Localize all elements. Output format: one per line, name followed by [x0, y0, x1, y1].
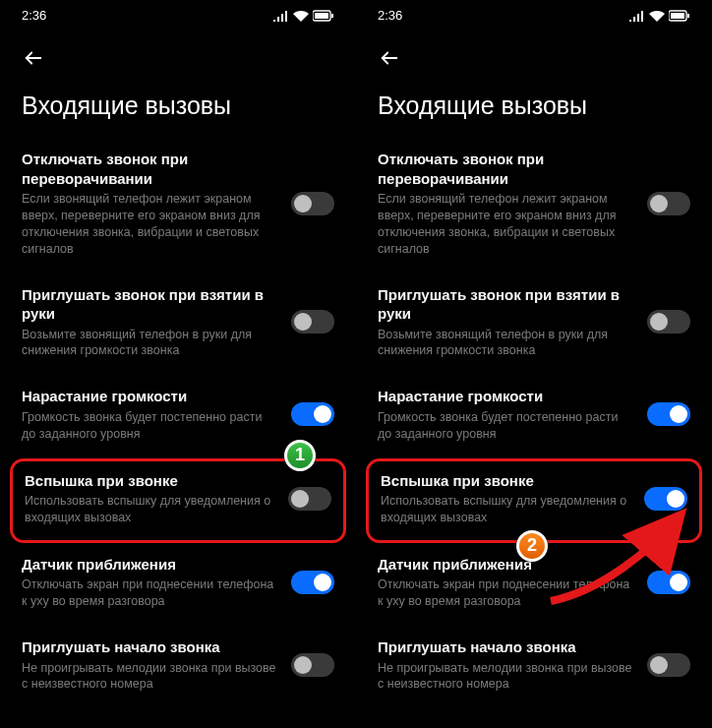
setting-desc: Громкость звонка будет постепенно расти … — [378, 409, 635, 443]
toggle-pickup-quiet[interactable] — [291, 310, 334, 334]
statusbar: 2:36 — [356, 0, 712, 27]
setting-desc: Громкость звонка будет постепенно расти … — [22, 409, 279, 443]
nav-bar — [356, 27, 712, 80]
toggle-mute-start[interactable] — [647, 653, 690, 677]
setting-title: Нарастание громкости — [22, 387, 279, 406]
setting-title: Вспышка при звонке — [25, 471, 276, 491]
setting-title: Приглушать начало звонка — [22, 637, 279, 657]
status-time: 2:36 — [378, 8, 402, 23]
setting-mute-start[interactable]: Приглушать начало звонка Не проигрывать … — [4, 626, 352, 708]
setting-title: Отключать звонок при переворачивании — [22, 150, 279, 188]
setting-pickup-quiet[interactable]: Приглушать звонок при взятии в руки Возь… — [4, 273, 352, 376]
toggle-mute-start[interactable] — [291, 653, 334, 677]
signal-icon — [273, 10, 289, 22]
setting-desc: Если звонящий телефон лежит экраном ввер… — [22, 191, 279, 258]
setting-desc: Отключать экран при поднесении телефона … — [378, 576, 635, 610]
setting-title: Приглушать начало звонка — [378, 637, 635, 657]
highlight-flash-setting: Вспышка при звонке Использовать вспышку … — [366, 458, 702, 543]
status-icons — [273, 10, 334, 22]
settings-list: Отключать звонок при переворачивании Есл… — [0, 138, 356, 708]
setting-volume-ramp[interactable]: Нарастание громкости Громкость звонка бу… — [360, 375, 708, 457]
page-title: Входящие вызовы — [0, 80, 356, 138]
statusbar: 2:36 — [0, 0, 356, 27]
setting-desc: Использовать вспышку для уведомления о в… — [381, 493, 632, 526]
highlight-flash-setting: 1 Вспышка при звонке Использовать вспышк… — [10, 458, 346, 543]
setting-title: Датчик приближения — [378, 555, 635, 575]
arrow-left-icon — [23, 47, 44, 69]
status-icons — [629, 10, 690, 22]
setting-title: Приглушать звонок при взятии в руки — [22, 285, 279, 324]
setting-flip-mute[interactable]: Отключать звонок при переворачивании Есл… — [4, 138, 352, 273]
toggle-pickup-quiet[interactable] — [647, 310, 690, 334]
setting-mute-start[interactable]: Приглушать начало звонка Не проигрывать … — [360, 626, 708, 708]
setting-desc: Возьмите звонящий телефон в руки для сни… — [378, 327, 635, 360]
settings-list: Отключать звонок при переворачивании Есл… — [356, 138, 712, 708]
toggle-proximity[interactable] — [647, 571, 690, 594]
svg-rect-1 — [315, 13, 328, 19]
back-button[interactable] — [376, 44, 403, 72]
setting-desc: Возьмите звонящий телефон в руки для сни… — [22, 327, 279, 360]
phone-left: 2:36 Входящие вызовы Отключать звонок пр… — [0, 0, 356, 728]
svg-rect-5 — [687, 14, 689, 18]
signal-icon — [629, 10, 645, 22]
battery-icon — [669, 10, 690, 22]
badge-step-2: 2 — [516, 530, 548, 562]
toggle-flip-mute[interactable] — [291, 192, 334, 215]
setting-title: Приглушать звонок при взятии в руки — [378, 285, 635, 324]
setting-desc: Отключать экран при поднесении телефона … — [22, 576, 279, 610]
arrow-left-icon — [379, 47, 400, 69]
badge-step-1: 1 — [284, 440, 316, 471]
setting-title: Нарастание громкости — [378, 387, 635, 406]
setting-title: Датчик приближения — [22, 555, 279, 575]
setting-flip-mute[interactable]: Отключать звонок при переворачивании Есл… — [360, 138, 708, 273]
toggle-flash-on-call[interactable] — [288, 487, 331, 511]
nav-bar — [0, 27, 356, 80]
setting-desc: Не проигрывать мелодии звонка при вызове… — [378, 660, 635, 694]
setting-flash-on-call[interactable]: Вспышка при звонке Использовать вспышку … — [369, 461, 699, 540]
back-button[interactable] — [20, 44, 47, 72]
setting-flash-on-call[interactable]: Вспышка при звонке Использовать вспышку … — [13, 461, 343, 540]
svg-rect-4 — [671, 13, 684, 19]
phone-right: 2:36 Входящие вызовы Отключать звонок пр… — [356, 0, 712, 728]
toggle-volume-ramp[interactable] — [647, 402, 690, 426]
setting-desc: Использовать вспышку для уведомления о в… — [25, 493, 276, 526]
toggle-proximity[interactable] — [291, 571, 334, 594]
battery-icon — [313, 10, 334, 22]
setting-title: Вспышка при звонке — [381, 471, 632, 491]
wifi-icon — [293, 10, 309, 22]
setting-desc: Не проигрывать мелодии звонка при вызове… — [22, 660, 279, 694]
toggle-flash-on-call[interactable] — [644, 487, 687, 511]
page-title: Входящие вызовы — [356, 80, 712, 138]
setting-proximity[interactable]: Датчик приближения Отключать экран при п… — [4, 543, 352, 626]
setting-desc: Если звонящий телефон лежит экраном ввер… — [378, 191, 635, 258]
setting-title: Отключать звонок при переворачивании — [378, 150, 635, 188]
status-time: 2:36 — [22, 8, 46, 23]
svg-rect-2 — [331, 14, 333, 18]
wifi-icon — [649, 10, 665, 22]
setting-pickup-quiet[interactable]: Приглушать звонок при взятии в руки Возь… — [360, 273, 708, 376]
toggle-flip-mute[interactable] — [647, 192, 690, 215]
toggle-volume-ramp[interactable] — [291, 402, 334, 426]
